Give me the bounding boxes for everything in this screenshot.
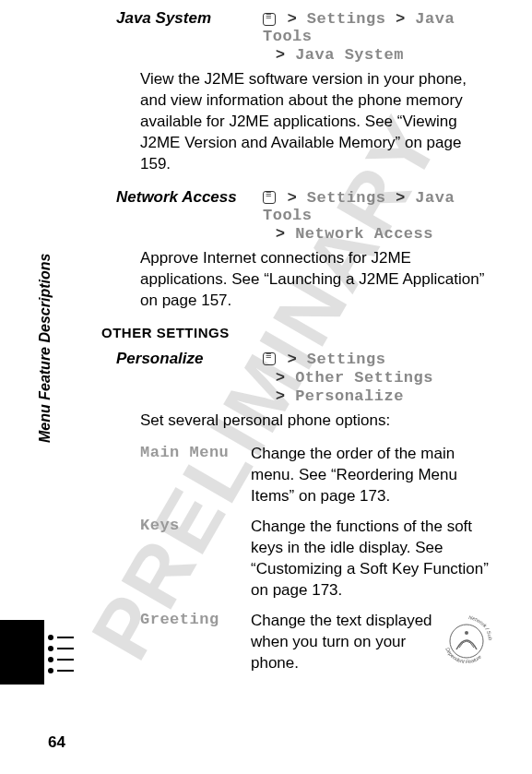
svg-text:Network / Subscription: Network / Subscription [438, 613, 493, 640]
list-icon [48, 635, 74, 673]
page-number: 64 [48, 733, 65, 752]
sub-desc: Change the functions of the soft keys in… [251, 517, 495, 601]
sub-item-keys: Keys Change the functions of the soft ke… [101, 517, 495, 601]
menu-item-personalize: Personalize > Settings > Other Settings … [101, 350, 495, 405]
section-header-other-settings: OTHER SETTINGS [101, 325, 495, 340]
sub-desc-text: Change the text displayed when you turn … [251, 612, 432, 672]
path-seg: Settings [307, 10, 386, 28]
menu-key-icon [263, 191, 276, 204]
description-text: Set several personal phone options: [101, 411, 495, 432]
menu-label: Java System [101, 9, 263, 28]
path-seg: Settings [307, 351, 386, 368]
menu-item-network-access: Network Access > Settings > Java Tools >… [101, 188, 495, 243]
path-seg: Network Access [295, 225, 433, 243]
path-seg: Settings [307, 189, 386, 207]
thumb-tab [0, 620, 44, 685]
svg-point-1 [465, 631, 468, 635]
sub-label: Main Menu [140, 444, 251, 461]
description-text: View the J2ME software version in your p… [101, 69, 495, 175]
sub-item-greeting: Greeting Network / Subscription Dependen… [101, 611, 495, 674]
menu-path: > Settings > Java Tools > Java System [263, 9, 495, 64]
sub-label: Greeting [140, 611, 251, 628]
menu-path: > Settings > Java Tools > Network Access [263, 188, 495, 243]
sub-desc: Change the order of the main menu. See “… [251, 444, 495, 507]
sidebar-chapter-title: Menu Feature Descriptions [37, 254, 53, 443]
sub-item-main-menu: Main Menu Change the order of the main m… [101, 444, 495, 507]
menu-path: > Settings > Other Settings > Personaliz… [263, 350, 495, 405]
menu-item-java-system: Java System > Settings > Java Tools > Ja… [101, 9, 495, 64]
sub-desc: Network / Subscription Dependent Feature… [251, 611, 495, 674]
menu-key-icon [263, 13, 276, 26]
path-seg: Java System [295, 46, 404, 64]
network-dependent-badge-icon: Network / Subscription Dependent Feature [438, 613, 495, 670]
menu-label: Network Access [101, 188, 263, 207]
description-text: Approve Internet connections for J2ME ap… [101, 248, 495, 312]
sub-label: Keys [140, 517, 251, 534]
menu-label: Personalize [101, 350, 263, 368]
path-seg: Personalize [295, 387, 404, 405]
path-seg: Other Settings [295, 369, 433, 387]
main-content: Java System > Settings > Java Tools > Ja… [101, 9, 495, 684]
menu-key-icon [263, 352, 276, 365]
